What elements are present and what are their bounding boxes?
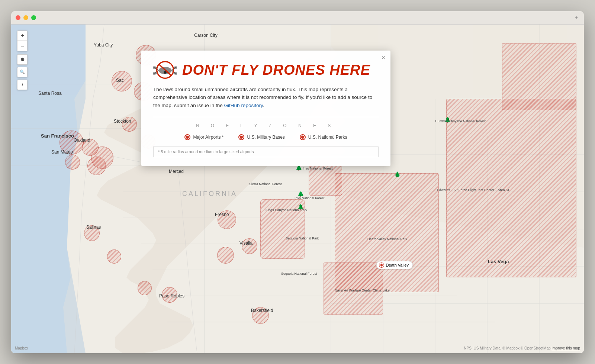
tree-icon: 🌲: [444, 117, 451, 123]
info-button[interactable]: i: [17, 80, 28, 90]
maximize-button[interactable]: [31, 15, 36, 20]
modal-divider: [153, 117, 379, 117]
traffic-lights: [16, 15, 36, 20]
expand-button[interactable]: +: [573, 15, 579, 20]
no-fly-heading: N O F L Y Z O N E S: [153, 123, 379, 128]
drone-icon: [153, 61, 177, 79]
close-button[interactable]: [16, 15, 20, 20]
svg-point-31: [164, 71, 166, 73]
tree-icon: 🌲: [298, 204, 304, 210]
github-link[interactable]: GitHub repository: [224, 103, 263, 108]
locate-button[interactable]: ⊕: [17, 54, 28, 65]
legend-airports-label: Major Airports *: [193, 135, 223, 140]
app-window: +: [11, 11, 584, 353]
info-modal: ×: [141, 51, 390, 167]
improve-map-link[interactable]: Improve this map: [551, 346, 580, 350]
legend-airports: Major Airports *: [184, 134, 223, 140]
map-controls: + − ⊕ 🔍 i: [17, 30, 28, 90]
search-button[interactable]: 🔍: [17, 67, 28, 77]
map-attribution-right: NPS, US Military Data, © Mapbox © OpenSt…: [464, 346, 580, 350]
map-container[interactable]: 🌲 🌲 🌲 🌲 🌲 Carson City Yuba City Santa Ro…: [11, 25, 584, 353]
legend-national-parks: U.S. National Parks: [300, 134, 347, 140]
modal-close-button[interactable]: ×: [381, 54, 385, 61]
minimize-button[interactable]: [23, 15, 28, 20]
legend-military: U.S. Military Bases: [238, 134, 284, 140]
zoom-controls: + −: [17, 30, 28, 51]
footnote-text: * 5 mile radius around medium to large s…: [158, 149, 254, 154]
zoom-in-button[interactable]: +: [17, 30, 28, 41]
legend-parks-label: U.S. National Parks: [308, 135, 347, 140]
death-valley-text: Death Valley: [386, 263, 409, 267]
legend-military-label: U.S. Military Bases: [247, 135, 284, 140]
legend-airport-icon: [184, 134, 190, 140]
tree-icon: 🌲: [394, 171, 401, 177]
tree-icon: 🌲: [298, 191, 304, 197]
legend-parks-icon: [300, 134, 306, 140]
legend-row: Major Airports * U.S. Military Bases U.S…: [153, 134, 379, 140]
modal-body-text: The laws around small unmanned aircrafts…: [153, 86, 379, 110]
death-valley-label: Death Valley: [376, 261, 413, 269]
legend-military-icon: [238, 134, 244, 140]
titlebar: +: [11, 11, 584, 25]
modal-title: DON'T FLY DRONES HERE: [182, 63, 370, 77]
modal-header: DON'T FLY DRONES HERE: [153, 61, 379, 79]
zoom-out-button[interactable]: −: [17, 41, 28, 51]
mapbox-attribution: Mapbox: [15, 346, 28, 350]
footnote-box: * 5 mile radius around medium to large s…: [153, 146, 379, 157]
